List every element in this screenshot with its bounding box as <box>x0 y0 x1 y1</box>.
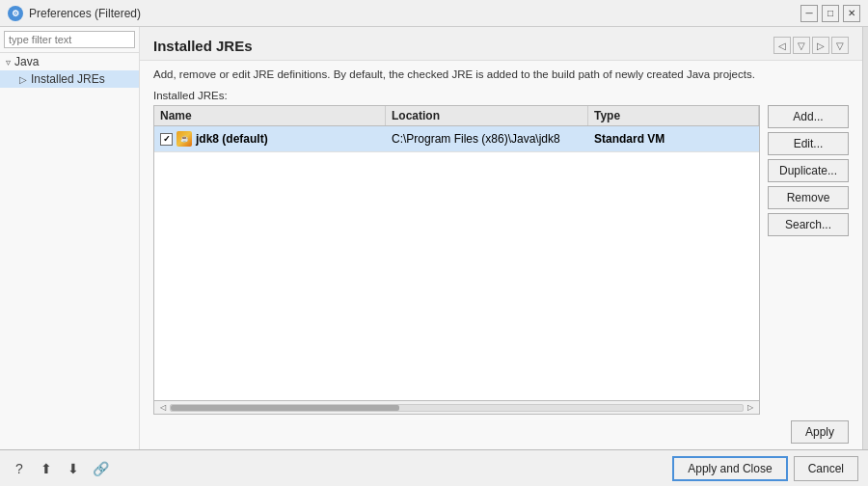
col-type: Type <box>588 106 759 125</box>
jre-name: jdk8 (default) <box>196 132 268 146</box>
apply-button[interactable]: Apply <box>791 420 849 444</box>
edit-button[interactable]: Edit... <box>768 132 849 155</box>
footer: ? ⬆ ⬇ 🔗 Apply and Close Cancel <box>0 449 868 486</box>
footer-buttons: Apply and Close Cancel <box>672 456 858 481</box>
import-icon[interactable]: ⬇ <box>64 459 83 478</box>
add-button[interactable]: Add... <box>768 105 849 128</box>
jre-icon: ☕ <box>176 131 192 147</box>
table-header: Name Location Type <box>154 106 759 126</box>
remove-button[interactable]: Remove <box>768 186 849 209</box>
scroll-right-icon[interactable]: ▷ <box>744 404 757 412</box>
sidebar-item-java-label: Java <box>14 55 39 68</box>
nav-menu-button[interactable]: ▽ <box>831 37 849 54</box>
window-controls: ─ □ ✕ <box>800 5 860 22</box>
right-panel: Installed JREs ◁ ▽ ▷ ▽ Add, remove or ed… <box>140 27 862 449</box>
table-row[interactable]: ✓ ☕ jdk8 (default) C:\Program Files (x86… <box>154 126 759 152</box>
scrollbar-track[interactable] <box>170 404 744 412</box>
help-icon[interactable]: ? <box>10 459 29 478</box>
apply-and-close-button[interactable]: Apply and Close <box>672 456 787 481</box>
close-button[interactable]: ✕ <box>843 5 860 22</box>
row-type-cell: Standard VM <box>588 130 759 148</box>
tree-child-icon: ▷ <box>19 74 27 85</box>
maximize-button[interactable]: □ <box>822 5 839 22</box>
main-content: ▿ Java ▷ Installed JREs Installed JREs ◁… <box>0 27 868 449</box>
row-location-cell: C:\Program Files (x86)\Java\jdk8 <box>386 130 588 148</box>
sidebar-item-installed-jres[interactable]: ▷ Installed JREs <box>0 70 139 88</box>
scrollbar-thumb[interactable] <box>171 405 399 411</box>
table-area: Name Location Type ✓ ☕ jdk8 (default) C:… <box>140 105 862 415</box>
nav-dropdown-button[interactable]: ▽ <box>793 37 810 54</box>
sidebar: ▿ Java ▷ Installed JREs <box>0 27 140 449</box>
search-button[interactable]: Search... <box>768 213 849 236</box>
filter-input-wrap <box>0 27 139 53</box>
side-buttons: Add... Edit... Duplicate... Remove Searc… <box>768 105 849 415</box>
nav-back-button[interactable]: ◁ <box>773 37 791 54</box>
tree-expand-icon: ▿ <box>6 57 11 68</box>
horizontal-scrollbar[interactable]: ◁ ▷ <box>154 400 759 414</box>
window-title: Preferences (Filtered) <box>29 7 800 20</box>
installed-label: Installed JREs: <box>140 88 862 105</box>
jre-checkbox[interactable]: ✓ <box>160 133 173 146</box>
panel-nav: ◁ ▽ ▷ ▽ <box>773 37 849 54</box>
table-body: ✓ ☕ jdk8 (default) C:\Program Files (x86… <box>154 126 759 400</box>
jre-table: Name Location Type ✓ ☕ jdk8 (default) C:… <box>153 105 760 415</box>
sidebar-item-installed-jres-label: Installed JREs <box>31 72 105 86</box>
cancel-button[interactable]: Cancel <box>794 456 858 481</box>
link-icon[interactable]: 🔗 <box>91 459 110 478</box>
panel-header: Installed JREs ◁ ▽ ▷ ▽ <box>140 27 862 61</box>
title-bar: ⚙ Preferences (Filtered) ─ □ ✕ <box>0 0 868 27</box>
right-edge-scrollbar <box>862 27 868 449</box>
export-icon[interactable]: ⬆ <box>37 459 56 478</box>
minimize-button[interactable]: ─ <box>800 5 818 22</box>
scroll-left-icon[interactable]: ◁ <box>156 404 170 412</box>
app-icon: ⚙ <box>8 6 23 21</box>
col-name: Name <box>154 106 386 125</box>
duplicate-button[interactable]: Duplicate... <box>768 159 849 182</box>
panel-description: Add, remove or edit JRE definitions. By … <box>140 61 862 88</box>
col-location: Location <box>386 106 588 125</box>
filter-input[interactable] <box>4 31 135 48</box>
nav-forward-button[interactable]: ▷ <box>812 37 829 54</box>
panel-title: Installed JREs <box>153 38 253 54</box>
apply-row: Apply <box>140 415 862 449</box>
sidebar-item-java[interactable]: ▿ Java <box>0 53 139 70</box>
footer-icons: ? ⬆ ⬇ 🔗 <box>10 459 110 478</box>
row-name-cell: ✓ ☕ jdk8 (default) <box>154 129 386 148</box>
